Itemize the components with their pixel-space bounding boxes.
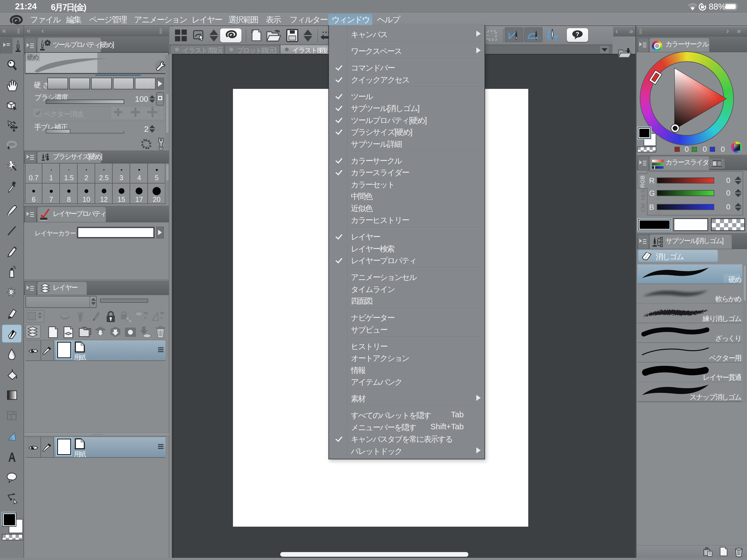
svg-text:?: ? bbox=[575, 31, 579, 37]
